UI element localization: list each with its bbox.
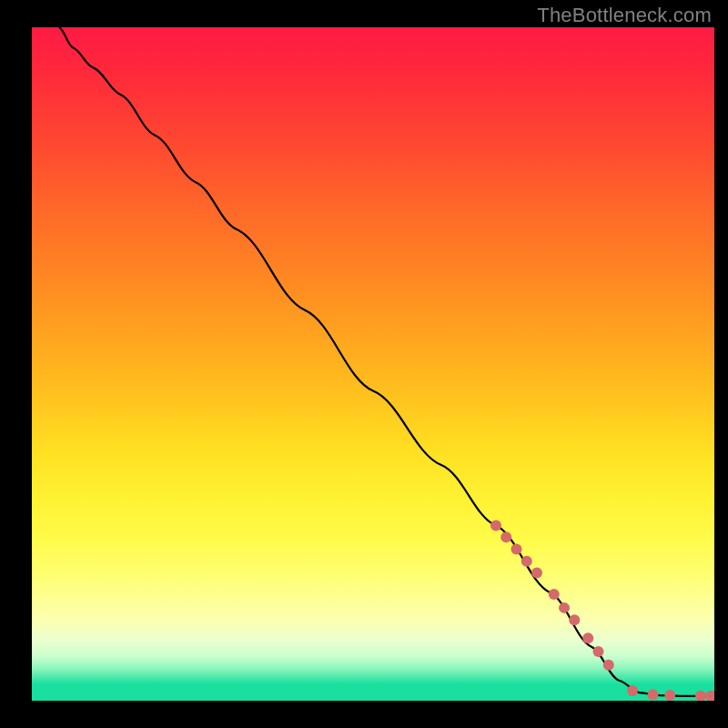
chart-dot [569,614,580,625]
chart-dot [500,531,511,542]
chart-dot [603,660,614,671]
chart-dot [593,646,604,657]
chart-dot [695,691,706,701]
chart-curve [59,27,714,696]
chart-svg [32,27,714,701]
chart-dot [664,690,675,701]
chart-dot [582,632,593,643]
chart-dot [511,544,522,555]
chart-dots [490,521,714,701]
attribution-text: TheBottleneck.com [537,4,712,27]
chart-dot [627,685,638,696]
chart-dot [549,589,560,600]
chart-plot-area [32,27,714,701]
chart-dot [490,521,501,531]
chart-dot [559,602,570,613]
chart-dot [531,567,542,578]
chart-dot [648,689,659,700]
chart-dot [705,691,714,701]
chart-dot [521,556,532,567]
